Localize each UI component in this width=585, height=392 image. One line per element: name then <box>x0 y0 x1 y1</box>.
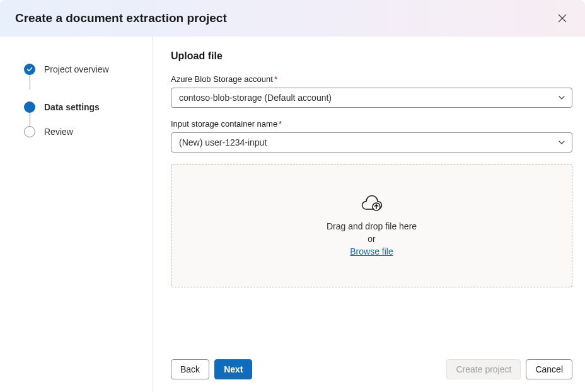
close-button[interactable] <box>552 8 572 28</box>
form-content: Upload file Azure Blob Storage account* … <box>153 37 585 392</box>
dropzone-text-line2: or <box>368 234 375 244</box>
cancel-button[interactable]: Cancel <box>526 359 572 379</box>
step-pending-icon <box>24 126 35 137</box>
container-label-text: Input storage container name <box>171 119 277 129</box>
close-icon <box>558 14 567 23</box>
chevron-down-icon <box>558 139 565 146</box>
modal-header: Create a document extraction project <box>0 0 585 37</box>
file-dropzone[interactable]: Drag and drop file here or Browse file <box>171 164 572 287</box>
step-label: Data settings <box>44 102 100 112</box>
container-value: (New) user-1234-input <box>179 137 267 147</box>
browse-file-link[interactable]: Browse file <box>350 246 393 257</box>
storage-account-label: Azure Blob Storage account* <box>171 74 572 84</box>
step-data-settings[interactable]: Data settings <box>24 88 153 126</box>
container-label: Input storage container name* <box>171 119 572 129</box>
container-select[interactable]: (New) user-1234-input <box>171 132 572 153</box>
step-label: Review <box>44 127 73 137</box>
footer-left: Back Next <box>171 359 252 379</box>
dropzone-text-line1: Drag and drop file here <box>327 221 417 231</box>
step-active-icon <box>24 101 35 113</box>
storage-account-value: contoso-blob-storage (Default account) <box>179 93 332 103</box>
back-button[interactable]: Back <box>171 359 209 379</box>
storage-account-label-text: Azure Blob Storage account <box>171 74 273 84</box>
step-list: Project overview Data settings Review <box>24 50 153 137</box>
step-project-overview[interactable]: Project overview <box>24 50 153 88</box>
required-icon: * <box>274 74 277 84</box>
required-icon: * <box>279 119 282 129</box>
next-button[interactable]: Next <box>214 359 252 379</box>
wizard-footer: Back Next Create project Cancel <box>171 359 572 379</box>
step-review[interactable]: Review <box>24 126 153 137</box>
wizard-sidebar: Project overview Data settings Review <box>0 37 153 392</box>
footer-right: Create project Cancel <box>446 359 572 379</box>
create-project-button: Create project <box>446 359 521 379</box>
section-title: Upload file <box>171 50 572 62</box>
storage-account-select[interactable]: contoso-blob-storage (Default account) <box>171 88 572 108</box>
main-content: Project overview Data settings Review Up… <box>0 37 585 392</box>
step-done-icon <box>24 64 35 75</box>
step-label: Project overview <box>44 64 109 74</box>
cloud-upload-icon <box>361 195 383 214</box>
chevron-down-icon <box>558 94 565 101</box>
page-title: Create a document extraction project <box>15 11 227 25</box>
